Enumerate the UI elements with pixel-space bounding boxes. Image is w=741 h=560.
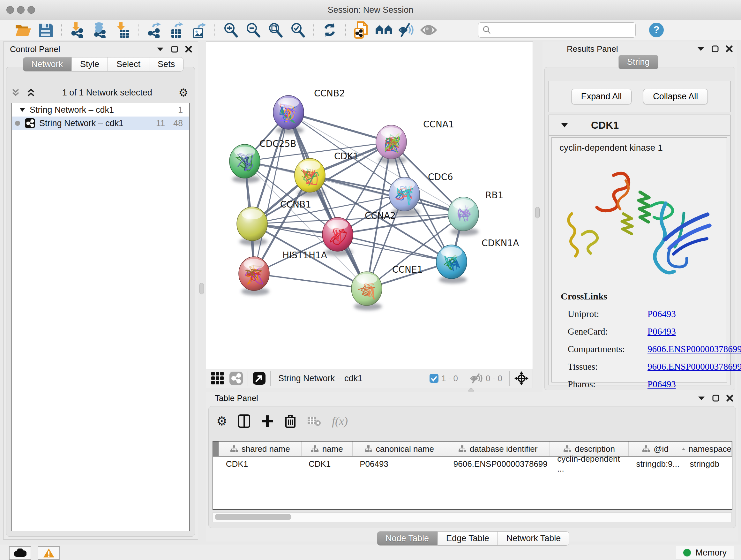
close-window-button[interactable] xyxy=(6,6,14,14)
expand-all-networks-icon[interactable] xyxy=(11,88,20,97)
tab-select[interactable]: Select xyxy=(108,57,149,71)
search-input[interactable] xyxy=(491,25,626,35)
memory-status-dot xyxy=(683,549,691,557)
network-row-selected[interactable]: String Network – cdk1 11 48 xyxy=(12,117,189,130)
right-splitter-handle[interactable] xyxy=(535,207,540,219)
collapse-panel-icon[interactable] xyxy=(697,395,705,401)
node-CCNE1[interactable]: CCNE1 xyxy=(351,264,423,306)
scrollbar-thumb[interactable] xyxy=(215,514,291,520)
zoom-out-icon[interactable] xyxy=(244,21,262,39)
column-header-name[interactable]: name xyxy=(301,442,353,456)
zoom-window-button[interactable] xyxy=(27,6,35,14)
table-cell[interactable]: stringdb xyxy=(683,457,732,471)
network-options-gear-icon[interactable]: ⚙ xyxy=(179,86,188,99)
crosslink-genecard-link[interactable]: P06493 xyxy=(648,326,676,337)
tab-node-table[interactable]: Node Table xyxy=(377,531,437,546)
crosslink-uniprot-link[interactable]: P06493 xyxy=(648,309,676,319)
zoom-fit-icon[interactable] xyxy=(266,21,285,39)
close-panel-icon[interactable] xyxy=(185,46,192,53)
string-import-icon[interactable] xyxy=(352,21,371,39)
refresh-icon[interactable] xyxy=(320,21,339,39)
tab-style[interactable]: Style xyxy=(71,57,108,71)
import-network-database-icon[interactable] xyxy=(91,21,109,39)
tab-sets[interactable]: Sets xyxy=(149,57,184,71)
table-cell[interactable]: cyclin-dependent ... xyxy=(550,457,629,471)
node-CCNB2[interactable]: CCNB2 xyxy=(273,88,345,129)
float-panel-icon[interactable] xyxy=(171,46,178,53)
export-image-icon[interactable] xyxy=(190,21,208,39)
tab-string-results[interactable]: String xyxy=(618,55,658,69)
table-row[interactable]: CDK1CDK1P064939606.ENSP00000378699cyclin… xyxy=(213,457,732,471)
warning-button[interactable] xyxy=(38,546,60,560)
tab-edge-table[interactable]: Edge Table xyxy=(437,531,498,546)
save-session-icon[interactable] xyxy=(37,21,55,39)
left-splitter-handle[interactable] xyxy=(199,283,204,294)
tree-expander-icon[interactable] xyxy=(19,108,25,112)
collapse-all-button[interactable]: Collapse All xyxy=(643,89,708,105)
close-panel-icon[interactable] xyxy=(726,45,733,52)
add-column-icon[interactable] xyxy=(261,415,274,428)
node-CDKN1A[interactable]: CDKN1A xyxy=(436,238,519,279)
memory-button[interactable]: Memory xyxy=(676,546,734,559)
search-field[interactable] xyxy=(478,22,636,38)
show-columns-icon[interactable] xyxy=(238,415,250,428)
show-hide-icon[interactable] xyxy=(397,21,415,39)
table-horizontal-scrollbar[interactable] xyxy=(212,512,732,522)
collapse-panel-icon[interactable] xyxy=(156,47,164,52)
delete-table-icon[interactable] xyxy=(307,415,321,427)
import-network-file-icon[interactable] xyxy=(68,21,87,39)
node-position-icon[interactable] xyxy=(514,371,529,386)
birds-eye-view-icon[interactable] xyxy=(211,371,225,385)
table-cell[interactable]: 9606.ENSP00000378699 xyxy=(447,457,550,471)
tab-network-table[interactable]: Network Table xyxy=(498,531,569,546)
bar-separator xyxy=(509,371,510,386)
delete-column-icon[interactable] xyxy=(285,415,296,428)
column-header-@id[interactable]: @id xyxy=(629,442,682,456)
cloud-button[interactable] xyxy=(9,546,31,560)
node-HIST1H1A[interactable]: HIST1H1A xyxy=(239,250,327,291)
gene-expander-icon[interactable] xyxy=(561,123,568,128)
expand-all-button[interactable]: Expand All xyxy=(571,89,632,105)
zoom-in-icon[interactable] xyxy=(221,21,240,39)
crosslink-pharos-link[interactable]: P06493 xyxy=(648,379,676,389)
hidden-eye-icon[interactable] xyxy=(470,373,483,383)
selected-checkbox-icon[interactable] xyxy=(429,374,439,383)
status-bar: Memory xyxy=(0,544,741,560)
table-cell[interactable]: CDK1 xyxy=(219,457,301,471)
network-overview-icon[interactable] xyxy=(375,21,393,39)
preview-icon[interactable] xyxy=(419,21,438,39)
table-cell[interactable]: P06493 xyxy=(353,457,447,471)
crosslink-compartments-link[interactable]: 9606.ENSP00000378699 xyxy=(648,344,741,354)
tab-network[interactable]: Network xyxy=(23,57,71,71)
network-collection-row[interactable]: String Network – cdk1 1 xyxy=(12,103,189,117)
table-cell[interactable]: CDK1 xyxy=(301,457,353,471)
collapse-all-networks-icon[interactable] xyxy=(26,88,36,97)
open-session-icon[interactable] xyxy=(14,21,32,39)
function-builder-icon[interactable]: f(x) xyxy=(332,415,348,428)
export-table-icon[interactable] xyxy=(167,21,186,39)
table-options-gear-icon[interactable]: ⚙ xyxy=(216,414,227,428)
collapse-panel-icon[interactable] xyxy=(697,46,704,51)
column-header-shared-name[interactable]: shared name xyxy=(219,442,301,456)
export-network-icon[interactable] xyxy=(145,21,163,39)
import-table-file-icon[interactable] xyxy=(113,21,131,39)
crosslink-tissues-link[interactable]: 9606.ENSP00000378699 xyxy=(648,361,741,372)
string-panel-toggle-icon[interactable] xyxy=(229,371,243,385)
table-cell[interactable]: stringdb:9... xyxy=(629,457,683,471)
node-CDC6[interactable]: CDC6 xyxy=(389,172,453,211)
minimize-window-button[interactable] xyxy=(17,6,24,14)
column-header-canonical-name[interactable]: canonical name xyxy=(353,442,446,456)
float-panel-icon[interactable] xyxy=(712,45,719,52)
open-in-window-icon[interactable] xyxy=(253,372,266,385)
gene-section-header[interactable]: CDK1 xyxy=(549,115,730,136)
column-header-namespace[interactable]: namespace xyxy=(682,442,732,456)
float-panel-icon[interactable] xyxy=(712,395,719,401)
network-canvas[interactable]: CCNB2CCNA1CDC25BCDK1CDC6RB1CCNB1CCNA2CDK… xyxy=(206,42,533,369)
column-header-database-identifier[interactable]: database identifier xyxy=(446,442,550,456)
help-icon[interactable]: ? xyxy=(647,21,666,39)
node-CDC25B[interactable]: CDC25B xyxy=(229,138,296,178)
close-panel-icon[interactable] xyxy=(726,395,733,401)
zoom-selected-icon[interactable] xyxy=(288,21,307,39)
node-RB1[interactable]: RB1 xyxy=(448,190,503,231)
node-CCNA1[interactable]: CCNA1 xyxy=(376,119,454,159)
